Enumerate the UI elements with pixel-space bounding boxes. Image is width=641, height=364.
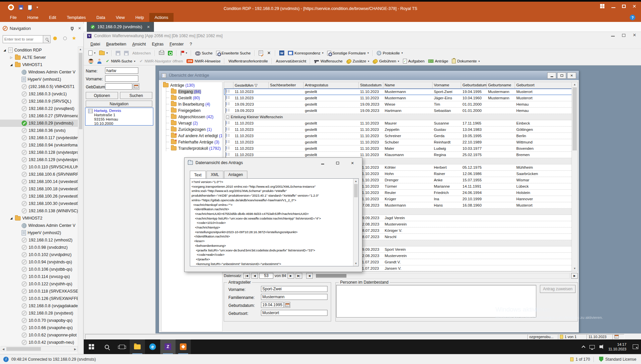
next-record-button[interactable]: ▶ [288,273,294,279]
server-tree-item[interactable]: 192.168.0.22 (srvsqltest) [0,105,78,112]
cancel-button[interactable]: Abbrechen [131,50,152,56]
antraege-tree-item[interactable]: Auf andere Art erledigt (1) [162,133,222,139]
antraege-button[interactable]: Anträge [427,58,449,64]
column-header-Sachbearbeiter[interactable]: Sachbearbeiter [269,82,304,88]
server-tree-item[interactable]: Windows Admin Center V [0,222,78,229]
app-menu-fenster[interactable]: Fenster [167,41,186,47]
table-row[interactable]: 11.10.2023gestellt11.10.2023MustermannJä… [224,95,572,101]
table-row[interactable]: 11.10.2023gestellt11.10.2023MalerLudwig1… [224,145,572,152]
server-tree-item[interactable]: 10.0.0.118 (SRVEXKASSE) [0,288,78,295]
navigation-section-header[interactable]: Navigation [86,101,152,107]
server-tree-item[interactable]: 10.0.0.102 (srvrdpdmz) [0,251,78,258]
grid-vertical-scrollbar[interactable]: ▲ ▼ [572,82,577,271]
network-tray-icon[interactable] [588,339,596,354]
waffentransferkontrolle-button[interactable]: Waffentransferkontrolle [227,58,269,64]
app-close-button[interactable]: ✕ [633,33,636,38]
dialog-minimize-button[interactable] [319,160,326,166]
zusaetze-button[interactable]: Zusätze▾ [345,58,371,64]
gebdatum-field[interactable] [105,83,132,90]
server-tree-item[interactable]: 10.0.0.110 (SRVSCHULUNG [0,163,78,171]
protokolle-button[interactable]: Protokolle▾ [375,50,404,56]
start-button[interactable] [84,339,99,354]
column-header-Geburtsname[interactable]: Geburtsname [487,82,515,88]
close-panel-icon[interactable]: ✕ [78,26,81,31]
table-row[interactable]: 11.10.2023gestellt11.10.2023MaurerSusann… [224,120,572,127]
child-close-button[interactable]: ✕ [567,72,576,79]
table-row[interactable]: 11.10.2023gestellt11.10.2023SchuberReinh… [224,139,572,145]
save-button[interactable] [114,50,122,56]
column-header-Antragsstatus[interactable]: Antragsstatus [304,82,359,88]
server-tree-item[interactable]: 192.168.0.29 (srvdmsts) [0,120,78,127]
grid-hscroll-left-arrow[interactable]: ◀ [306,273,313,279]
xml-text-area[interactable]: <?xml version="1.0"?><vorgang.transporti… [190,178,359,266]
app-menu-?[interactable]: ? [187,41,194,47]
server-tree-item[interactable]: 192.168.100.26 (srvextest0 [0,193,78,200]
server-tree-item[interactable]: HyperV (vmhost1) [0,76,78,83]
antraege-tree-item[interactable]: Abgeschlossen (42) [162,114,222,120]
gebuehren-button[interactable]: Gebühren▾ [371,58,400,64]
vorname-field[interactable] [105,75,138,82]
person-button[interactable] [96,58,103,64]
server-tree-item[interactable]: Windows Admin Center V [0,68,78,76]
session-tab[interactable]: 192.168.0.29 (srvdmsts) ✕ [87,22,154,32]
first-record-button[interactable]: |◀ [243,273,250,279]
antraege-tree-item[interactable]: Eingang (84) [162,88,222,95]
nwr-hinweise-button[interactable]: 209NWR-Hinweise [185,58,222,64]
server-tree-item[interactable]: 192.168.0.36 (srvts) [0,127,78,134]
server-tree-item[interactable]: ▷ALTE Server [0,54,78,61]
server-tree-item[interactable]: 192.168.0.138 (WIN8VSC) [0,207,78,215]
dialog-scrollbar[interactable]: ▲ ▼ [353,179,358,266]
calendar-button[interactable] [133,83,139,90]
favorites-star-icon[interactable]: ★ [72,35,76,41]
aufgaben-button[interactable]: ✓Aufgaben [402,58,426,64]
search-result-item[interactable]: Hartwig, Dennis Hartstraße 1 93155 Hemau… [85,108,153,126]
column-header-GestelltAm[interactable]: GestelltAm ▽ [233,82,269,88]
sonstige-formulare-button[interactable]: Sonstige Formulare▾ [326,50,370,56]
nwr-suche-button[interactable]: ✔NWR-Suche▾ [104,58,137,64]
child-minimize-button[interactable] [547,72,556,79]
record-number-field[interactable]: 53 [259,273,273,279]
search-button[interactable]: Suche [194,50,214,56]
server-tree-item[interactable]: 192.168.0.3 (srvdc1) [0,90,78,98]
menu-templates[interactable]: Templates [62,13,91,22]
help-icon[interactable]: ? [630,15,635,20]
name-field[interactable]: hartw [105,67,138,74]
save-all-button[interactable] [123,50,130,56]
server-tree-item[interactable]: 192.168.0.128 (srvjvtestpro [0,149,78,156]
column-header-Geburtsdatum[interactable]: Geburtsdatum [461,82,487,88]
server-tree-item[interactable]: 192.168.100.30 (srvextest0 [0,200,78,207]
search-icon[interactable] [43,35,51,43]
expander-closed-icon[interactable]: ▷ [9,56,13,59]
dialog-tab-anlagen[interactable]: Anlagen [224,171,247,178]
column-header-Name[interactable]: Name [383,82,433,88]
antragsteller-vorname-field[interactable]: Sport-Zwei [261,286,327,292]
antraege-tree-item[interactable]: Gestellt (80) [162,95,222,101]
server-tree-item[interactable]: 10.0.0.126 (SRVEXWAFFE) [0,295,78,302]
antraege-tree-item[interactable]: Versagt (2) [162,120,222,126]
edge-button[interactable]: e [145,339,160,354]
advanced-search-button[interactable]: Erweiterte Suche [215,50,252,56]
app-menu-extras[interactable]: Extras [149,41,166,47]
expander-open-icon[interactable]: ◢ [9,217,13,220]
nav-tree-vertical-scrollbar[interactable]: ▲ ▼ [78,46,83,364]
server-tree-item[interactable]: 192.168.0.8 (srvjagdakader [0,302,78,310]
app-restore-button[interactable] [622,34,625,37]
prev-record-button[interactable]: ◀ [251,273,258,279]
layout-grid-icon[interactable] [600,4,605,9]
server-tree-item[interactable]: 10.0.0.94 (srvjstnds-qs) [0,258,78,266]
bulb-filled-icon[interactable] [53,37,57,40]
app-menu-bearbeiten[interactable]: Bearbeiten [103,41,129,47]
maximize-button[interactable] [622,5,626,8]
expander-open-icon[interactable]: ◢ [9,63,13,66]
server-tree-item[interactable]: 192.168.0.129 (srvjvtestpro [0,156,78,163]
server-tree-item[interactable]: 10.0.0.66 (srvapohe-qs) [0,324,78,331]
menu-edit[interactable]: Edit [44,13,62,22]
server-tree-item[interactable]: ◢VMHOST2 [0,215,78,222]
menu-view[interactable]: View [110,13,130,22]
waffenverwaltung-taskbar-button[interactable]: Z [160,339,176,354]
dialog-close-button[interactable]: ✕ [348,160,356,166]
antraege-tree-item[interactable]: Anträge (130) [162,82,222,88]
suchen-button[interactable]: Suchen [120,92,152,99]
app-minimize-button[interactable] [611,36,615,37]
pin-icon[interactable] [71,27,73,30]
